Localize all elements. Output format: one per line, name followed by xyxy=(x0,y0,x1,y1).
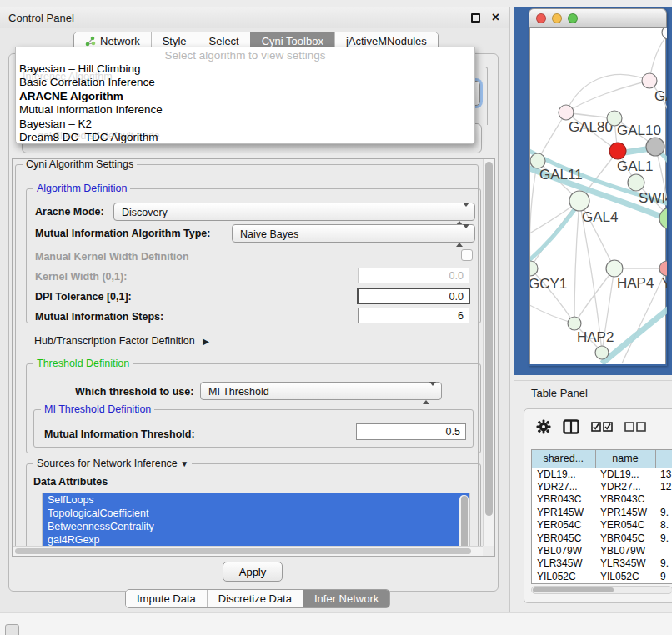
table-row[interactable]: YDR27...YDR27...12 xyxy=(532,480,672,492)
kernel-width-field[interactable]: 0.0 xyxy=(358,268,469,283)
network-edge xyxy=(566,81,649,112)
tab-discretize-data[interactable]: Discretize Data xyxy=(207,590,303,608)
mi-threshold-field[interactable]: 0.5 xyxy=(356,423,466,440)
network-node-gal80[interactable] xyxy=(559,105,574,120)
node-label: GCY1 xyxy=(530,276,567,292)
stepper-arrows-icon xyxy=(456,207,469,222)
table-row[interactable]: YIL052CYIL052C9 xyxy=(532,570,672,582)
tab-label: jActiveMNodules xyxy=(346,35,427,48)
network-node-gal[interactable] xyxy=(642,73,657,88)
mi-steps-field[interactable]: 6 xyxy=(358,308,469,323)
settings-horizontal-scrollbar[interactable] xyxy=(13,546,483,556)
mi-type-combobox[interactable]: Naive Bayes xyxy=(232,224,475,242)
which-threshold-value: MI Threshold xyxy=(208,386,269,398)
attribute-list-item[interactable]: gal4RGexp xyxy=(43,533,469,547)
mi-type-label: Mutual Information Algorithm Type: xyxy=(35,228,210,239)
network-node[interactable] xyxy=(646,138,664,156)
column-header[interactable]: shared... xyxy=(532,450,595,468)
gear-icon[interactable] xyxy=(536,419,551,434)
table-cell: 9. xyxy=(655,558,672,570)
algorithm-option[interactable]: Basic Correlation Inference xyxy=(18,76,473,89)
table-row[interactable]: YBR043CYBR043C xyxy=(532,493,672,506)
settings-scroll-pane: Cyni Algorithm Settings Algorithm Defini… xyxy=(12,158,495,557)
dpi-tolerance-label: DPI Tolerance [0,1]: xyxy=(35,291,132,302)
apply-button[interactable]: Apply xyxy=(223,562,283,582)
close-window-button[interactable] xyxy=(536,13,546,23)
hub-definition-toggle[interactable]: Hub/Transcription Factor Definition ▶ xyxy=(34,335,209,347)
tab-label: Network xyxy=(100,35,140,48)
network-edge xyxy=(530,202,579,265)
stepper-arrows-icon xyxy=(423,386,436,401)
dpi-tolerance-field[interactable]: 0.0 xyxy=(357,288,470,304)
window-controls xyxy=(536,13,578,23)
split-pane-icon[interactable] xyxy=(563,419,579,434)
algorithm-definition-group: Algorithm Definition Aracne Mode: Discov… xyxy=(26,188,481,323)
tab-label: Discretize Data xyxy=(218,592,292,605)
table-panel-divider xyxy=(514,380,672,381)
column-header[interactable]: name xyxy=(595,450,655,468)
which-threshold-combobox[interactable]: MI Threshold xyxy=(200,382,442,400)
table-row[interactable]: YER054CYER054C8. xyxy=(532,519,672,532)
table-row[interactable]: YBL079WYBL079W xyxy=(532,544,672,557)
sources-legend[interactable]: Sources for Network Inference ▼ xyxy=(33,458,192,469)
manual-kernel-checkbox[interactable] xyxy=(461,249,473,261)
table-cell: YPR145W xyxy=(595,506,655,518)
network-node-gal4[interactable] xyxy=(569,191,589,211)
deselect-all-icon[interactable] xyxy=(624,421,646,432)
network-edge xyxy=(574,268,614,323)
table-cell: YER054C xyxy=(532,519,595,532)
network-node-hap2[interactable] xyxy=(568,317,581,330)
mi-threshold-definition-group: MI Threshold Definition Mutual Informati… xyxy=(33,409,474,448)
algorithm-option[interactable]: Bayesian – K2 xyxy=(18,118,473,131)
table-row[interactable]: YPR145WYPR145W9. xyxy=(532,506,672,518)
network-node-hap4[interactable] xyxy=(606,260,623,277)
cyni-settings-legend: Cyni Algorithm Settings xyxy=(23,158,137,170)
collapsed-arrow-icon[interactable]: ▶ xyxy=(203,337,209,346)
kernel-width-label: Kernel Width (0,1): xyxy=(35,271,127,282)
algorithm-option[interactable]: Bayesian – Hill Climbing xyxy=(18,62,473,76)
tab-impute-data[interactable]: Impute Data xyxy=(126,590,207,608)
panel-title: Control Panel xyxy=(8,12,74,24)
table-header-row: shared...nameA xyxy=(532,450,672,468)
network-node-swi4[interactable] xyxy=(628,174,644,191)
algorithm-option[interactable]: Dream8 DC_TDC Algorithm xyxy=(18,131,473,144)
table-row[interactable]: YLR345WYLR345W9. xyxy=(532,558,672,570)
attribute-list-item[interactable]: SelfLoops xyxy=(43,493,469,507)
attribute-list-item[interactable]: TopologicalCoefficient xyxy=(43,507,469,520)
network-node-y[interactable] xyxy=(659,261,667,276)
table-cell: YLR345W xyxy=(532,558,595,570)
network-window-titlebar[interactable] xyxy=(529,8,667,28)
table-cell: YPR145W xyxy=(532,506,595,518)
table-row[interactable]: YBR045CYBR045C9. xyxy=(532,532,672,544)
network-node-gal1[interactable] xyxy=(609,142,626,159)
close-panel-icon[interactable]: × xyxy=(492,10,499,25)
table-row[interactable]: YDL19...YDL19...13 xyxy=(532,468,672,480)
tab-infer-network[interactable]: Infer Network xyxy=(303,590,389,608)
column-header[interactable]: A xyxy=(655,450,672,468)
table-horizontal-scrollbar[interactable] xyxy=(531,586,672,594)
expanded-arrow-icon[interactable]: ▼ xyxy=(180,459,188,468)
network-canvas[interactable]: GALGAL80GAL10GAL1GAL11SWI4GAL4GCY1HAP4YH… xyxy=(529,28,666,364)
network-node[interactable] xyxy=(659,208,667,229)
node-label: GAL1 xyxy=(617,158,653,174)
select-all-icon[interactable] xyxy=(591,421,613,432)
attribute-list-item[interactable]: BetweennessCentrality xyxy=(43,520,469,533)
maximize-window-button[interactable] xyxy=(568,13,578,23)
minimize-window-button[interactable] xyxy=(552,13,562,23)
minimized-panel-icon[interactable] xyxy=(5,624,19,635)
network-node[interactable] xyxy=(595,346,609,359)
float-panel-icon[interactable] xyxy=(471,13,480,22)
algorithm-definition-legend: Algorithm Definition xyxy=(33,182,130,194)
data-attributes-label: Data Attributes xyxy=(33,476,108,488)
network-node[interactable] xyxy=(662,28,667,39)
node-label: GAL80 xyxy=(569,119,613,135)
network-node-gcy1[interactable] xyxy=(530,261,538,276)
algorithm-option[interactable]: ARACNE Algorithm xyxy=(18,90,473,103)
manual-kernel-label: Manual Kernel Width Definition xyxy=(35,251,189,262)
settings-vertical-scrollbar[interactable] xyxy=(483,159,494,546)
node-label: Y xyxy=(662,276,667,292)
table-cell: YBL079W xyxy=(595,544,655,557)
aracne-mode-combobox[interactable]: Discovery xyxy=(113,202,475,221)
table-cell xyxy=(655,544,672,557)
algorithm-option[interactable]: Mutual Information Inference xyxy=(18,103,473,117)
